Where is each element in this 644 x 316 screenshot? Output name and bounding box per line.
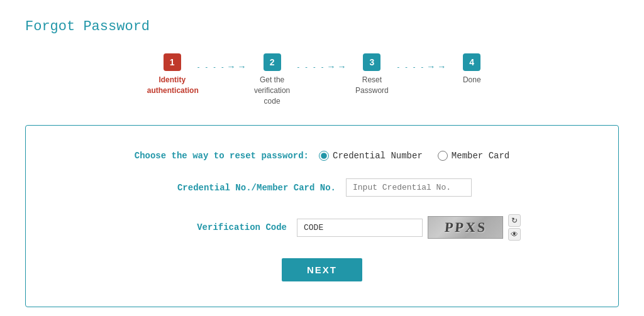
step-3-label: ResetPassword: [347, 75, 397, 96]
verification-row: Verification Code PPXS ↻ 👁: [64, 214, 580, 241]
step-4-label: Done: [447, 75, 497, 85]
captcha-text: PPXS: [443, 219, 487, 236]
captcha-image: PPXS: [428, 216, 503, 239]
connector-2-3: - - - - → →: [297, 62, 347, 72]
page-title: Forgot Password: [25, 19, 619, 35]
radio-group: Credential Number Member Card: [319, 151, 509, 161]
reset-method-row: Choose the way to reset password: Creden…: [64, 151, 580, 161]
captcha-icons: ↻ 👁: [508, 214, 521, 241]
form-card: Choose the way to reset password: Creden…: [25, 125, 619, 307]
credential-row: Credential No./Member Card No.: [64, 178, 580, 197]
step-2: 2 Get theverification code: [247, 53, 297, 106]
connector-1-2: - - - - → →: [197, 62, 247, 72]
step-1-label: Identityauthentication: [147, 75, 197, 96]
step-1-circle: 1: [164, 53, 181, 71]
radio-member[interactable]: Member Card: [438, 151, 509, 161]
radio-credential-input[interactable]: [319, 151, 329, 161]
reset-method-label: Choose the way to reset password:: [135, 151, 309, 161]
step-2-label: Get theverification code: [247, 75, 297, 106]
captcha-row: PPXS ↻ 👁: [297, 214, 521, 241]
captcha-audio-button[interactable]: 👁: [508, 228, 521, 241]
next-button[interactable]: NEXT: [282, 258, 362, 281]
connector-3-4: - - - - → →: [397, 62, 447, 72]
credential-input[interactable]: [346, 178, 472, 197]
radio-member-input[interactable]: [438, 151, 448, 161]
step-1: 1 Identityauthentication: [147, 53, 197, 96]
stepper: 1 Identityauthentication - - - - → → 2 G…: [25, 53, 619, 106]
radio-credential[interactable]: Credential Number: [319, 151, 423, 161]
step-2-circle: 2: [264, 53, 281, 71]
verification-input[interactable]: [297, 219, 423, 237]
credential-label: Credential No./Member Card No.: [172, 183, 336, 193]
step-4: 4 Done: [447, 53, 497, 85]
verification-label: Verification Code: [123, 222, 287, 232]
step-4-circle: 4: [463, 53, 480, 71]
step-3: 3 ResetPassword: [347, 53, 397, 96]
button-row: NEXT: [64, 258, 580, 281]
step-3-circle: 3: [363, 53, 380, 71]
captcha-refresh-button[interactable]: ↻: [508, 214, 521, 227]
